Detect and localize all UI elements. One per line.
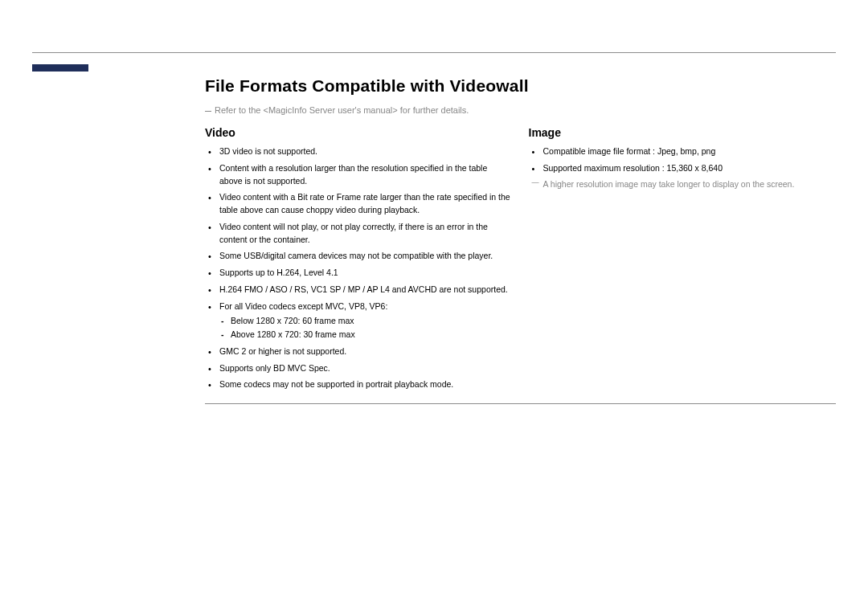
list-item: Supports only BD MVC Spec.	[218, 362, 513, 375]
list-item: Video content with a Bit rate or Frame r…	[218, 191, 513, 217]
sub-list-item: Above 1280 x 720: 30 frame max	[229, 329, 513, 341]
list-item: Some USB/digital camera devices may not …	[218, 250, 513, 263]
image-column: Image Compatible image file format : Jpe…	[529, 126, 837, 395]
page: File Formats Compatible with Videowall R…	[0, 0, 868, 613]
list-item: Compatible image file format : Jpeg, bmp…	[542, 145, 837, 158]
video-title: Video	[205, 126, 513, 139]
section-heading: File Formats Compatible with Videowall	[205, 76, 836, 96]
sub-list-item: Below 1280 x 720: 60 frame max	[229, 315, 513, 328]
list-item: Content with a resolution larger than th…	[218, 162, 513, 188]
list-item: Supports up to H.264, Level 4.1	[218, 267, 513, 280]
list-item: Video content will not play, or not play…	[218, 221, 513, 247]
list-item: Supported maximum resolution : 15,360 x …	[542, 162, 837, 175]
list-item: Some codecs may not be supported in port…	[218, 378, 513, 391]
bottom-divider	[205, 403, 836, 404]
video-list: 3D video is not supported. Content with …	[205, 145, 513, 391]
list-item: H.264 FMO / ASO / RS, VC1 SP / MP / AP L…	[218, 284, 513, 296]
list-item: GMC 2 or higher is not supported.	[218, 345, 513, 358]
list-item-text: For all Video codecs except MVC, VP8, VP…	[219, 301, 387, 311]
list-item: 3D video is not supported.	[218, 145, 513, 158]
image-list: Compatible image file format : Jpeg, bmp…	[529, 145, 837, 175]
image-title: Image	[529, 126, 837, 139]
content-area: File Formats Compatible with Videowall R…	[205, 76, 836, 411]
image-note: A higher resolution image may take longe…	[543, 179, 837, 189]
sub-list: Below 1280 x 720: 60 frame max Above 128…	[229, 315, 513, 341]
video-column: Video 3D video is not supported. Content…	[205, 126, 513, 395]
section-tab-mark	[32, 64, 88, 72]
list-item-with-sub: For all Video codecs except MVC, VP8, VP…	[218, 300, 513, 341]
dash-icon	[205, 111, 211, 112]
columns: Video 3D video is not supported. Content…	[205, 126, 836, 395]
top-divider	[32, 52, 836, 53]
reference-note-text: Refer to the <MagicInfo Server user's ma…	[215, 105, 469, 115]
reference-note: Refer to the <MagicInfo Server user's ma…	[205, 105, 836, 115]
